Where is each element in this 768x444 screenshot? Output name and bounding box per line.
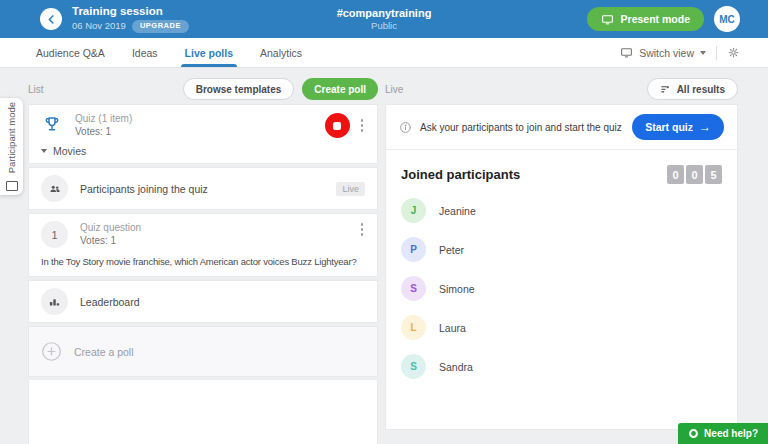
app-window: Training session 06 Nov 2019 UPGRADE #co… [0,0,768,444]
monitor-icon [601,13,614,26]
participant-avatar: P [401,237,426,262]
top-header: Training session 06 Nov 2019 UPGRADE #co… [0,0,768,38]
tab-bar: Audience Q&A Ideas Live polls Analytics … [0,38,768,68]
participant-row: P Peter [386,232,737,267]
banner-text: Ask your participants to join and start … [420,122,622,133]
create-a-poll-label: Create a poll [74,346,134,358]
trophy-icon [43,115,61,133]
quiz-group-toggle[interactable]: Movies [41,145,365,157]
event-hashtag: #companytraining [337,7,432,20]
kebab-menu-icon[interactable] [359,221,366,238]
all-results-button[interactable]: All results [647,78,738,100]
switch-view-dropdown[interactable]: Switch view [620,46,706,59]
question-type-label: Quiz question [80,222,141,235]
participant-mode-label: Participant mode [6,102,17,173]
participant-row: J Jeanine [386,193,737,228]
people-icon [41,175,68,202]
participant-name: Laura [439,322,466,334]
counter-digit: 5 [705,165,722,184]
start-quiz-button[interactable]: Start quiz → [632,114,724,140]
session-title: Training session [72,5,189,18]
create-a-poll-row[interactable]: Create a poll [28,326,378,377]
upgrade-badge[interactable]: UPGRADE [132,20,189,33]
kebab-menu-icon[interactable] [359,117,366,134]
browse-templates-button[interactable]: Browse templates [183,78,295,100]
participants-joining-label: Participants joining the quiz [80,183,208,195]
live-panel: Live All results Ask your participants t… [385,74,738,430]
create-poll-button[interactable]: Create poll [302,78,378,100]
podium-icon [41,288,68,315]
need-help-button[interactable]: Need help? [678,423,768,444]
participant-name: Peter [439,244,464,256]
question-number-badge: 1 [41,221,68,248]
participants-joining-row[interactable]: Participants joining the quiz Live [28,167,378,210]
quiz-card[interactable]: Quiz (1 item) Votes: 1 Movies [28,104,378,164]
participant-name: Sandra [439,361,473,373]
quiz-title: Quiz (1 item) [75,113,132,126]
switch-view-label: Switch view [639,47,694,59]
counter-digit: 0 [686,165,703,184]
quiz-group-label: Movies [53,145,86,157]
participant-row: S Simone [386,271,737,306]
participant-avatar: S [401,276,426,301]
chevron-left-icon [45,13,58,26]
arrow-right-icon: → [699,120,711,134]
participant-avatar: S [401,354,426,379]
present-mode-label: Present mode [621,13,690,25]
info-icon [399,121,412,134]
monitor-icon [620,46,633,59]
participant-row: L Laura [386,310,737,345]
event-code-block: #companytraining Public [337,7,432,32]
monitor-icon [6,181,18,191]
quiz-question-row[interactable]: 1 Quiz question Votes: 1 In the Toy Stor… [28,213,378,277]
participant-name: Simone [439,283,475,295]
participant-list: J Jeanine P Peter S Simone L Laura S S [386,193,737,384]
leaderboard-row[interactable]: Leaderboard [28,280,378,323]
results-bars-icon [660,84,671,95]
need-help-label: Need help? [704,428,758,439]
caret-down-icon [41,149,47,153]
gear-icon [727,46,740,59]
list-section-label: List [28,84,44,95]
session-title-block: Training session 06 Nov 2019 UPGRADE [72,5,189,33]
participant-avatar: J [401,198,426,223]
participant-counter: 0 0 5 [667,165,722,184]
stop-quiz-button[interactable] [325,113,350,138]
tab-ideas[interactable]: Ideas [132,38,158,67]
joined-participants-heading: Joined participants [401,167,520,182]
participant-avatar: L [401,315,426,340]
present-mode-button[interactable]: Present mode [587,7,704,31]
participant-name: Jeanine [439,205,476,217]
help-ring-icon [688,428,699,439]
participant-row: S Sandra [386,349,737,384]
tab-live-polls[interactable]: Live polls [185,38,233,67]
chevron-down-icon [700,51,706,55]
participant-mode-tab[interactable]: Participant mode [0,98,23,195]
start-quiz-banner: Ask your participants to join and start … [386,105,737,150]
user-avatar[interactable]: MC [714,6,740,32]
event-visibility: Public [337,20,432,31]
plus-circle-icon [41,341,62,362]
live-status-badge: Live [336,182,365,196]
question-votes: Votes: 1 [80,235,141,248]
poll-list-panel: List Browse templates Create poll Quiz (… [28,74,378,444]
session-date: 06 Nov 2019 [72,21,126,32]
question-text: In the Toy Story movie franchise, which … [41,256,365,267]
quiz-votes: Votes: 1 [75,126,132,139]
tab-analytics[interactable]: Analytics [260,38,302,67]
leaderboard-label: Leaderboard [80,296,140,308]
live-section-label: Live [385,84,403,95]
counter-digit: 0 [667,165,684,184]
back-button[interactable] [40,8,62,30]
stop-icon [333,122,341,130]
settings-gear-button[interactable] [727,46,740,59]
divider [716,46,717,60]
empty-list-area [28,380,378,444]
live-card: Ask your participants to join and start … [385,104,738,430]
tab-audience-qa[interactable]: Audience Q&A [36,38,105,67]
